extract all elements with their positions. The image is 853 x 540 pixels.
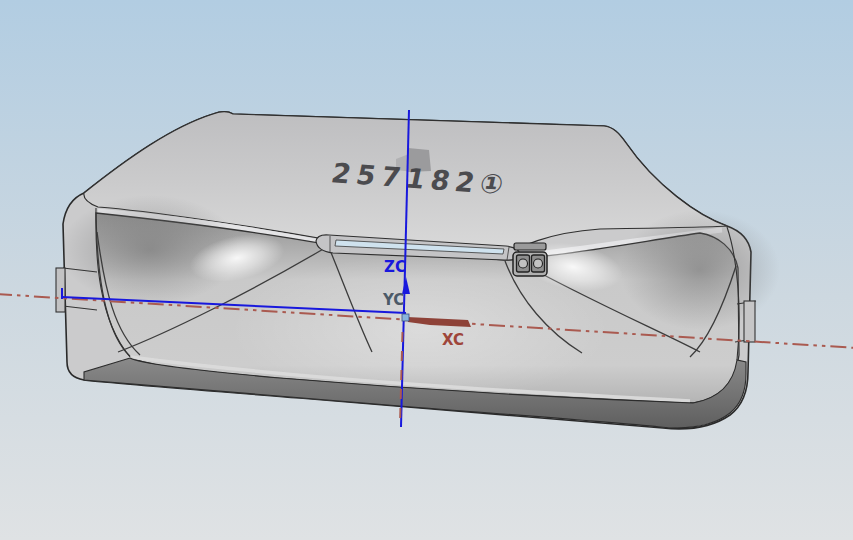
connector-pin-right bbox=[534, 259, 543, 268]
cavity-shade-right bbox=[620, 210, 780, 330]
cad-graphics-window[interactable]: 257182① ZC YC XC bbox=[0, 0, 853, 540]
left-clip-tab[interactable] bbox=[56, 268, 65, 312]
right-clip-tab[interactable] bbox=[744, 301, 755, 342]
connector-pin-left bbox=[519, 259, 528, 268]
connector-feature[interactable] bbox=[513, 243, 547, 276]
xc-axis-label[interactable]: XC bbox=[442, 331, 464, 349]
yc-axis-label[interactable]: YC bbox=[382, 291, 404, 309]
cad-scene: 257182① ZC YC XC bbox=[0, 0, 853, 540]
wcs-origin-marker[interactable] bbox=[402, 314, 409, 321]
zc-axis-label[interactable]: ZC bbox=[384, 258, 406, 276]
